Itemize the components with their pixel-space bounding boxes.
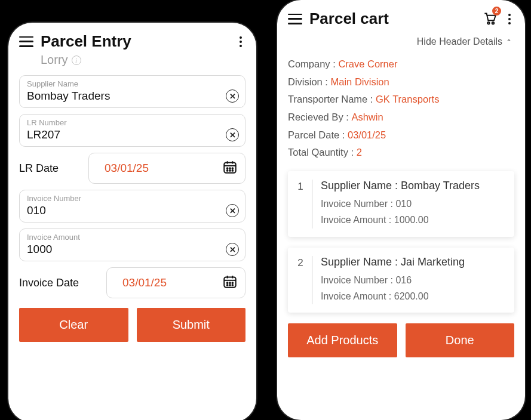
- supplier-name-field[interactable]: Supplier Name Bombay Traders ✕: [19, 75, 245, 108]
- hide-header-toggle[interactable]: Hide Header Details ⌄: [288, 36, 512, 47]
- action-buttons: Add Products Done: [288, 323, 514, 357]
- svg-point-3: [232, 168, 233, 169]
- clear-input-icon[interactable]: ✕: [226, 128, 239, 141]
- lr-number-field[interactable]: LR Number LR207 ✕: [19, 114, 245, 147]
- svg-point-5: [229, 170, 231, 171]
- divider: [312, 256, 312, 304]
- invoice-date-label: Invoice Date: [19, 277, 98, 289]
- svg-point-8: [227, 282, 228, 283]
- clear-input-icon[interactable]: ✕: [226, 204, 239, 217]
- hamburger-menu-icon[interactable]: [288, 14, 302, 24]
- subtitle-text: Lorry: [41, 53, 68, 67]
- calendar-icon[interactable]: [222, 274, 238, 292]
- card-supplier: Supplier Name : Bombay Traders: [321, 180, 506, 192]
- field-value[interactable]: 1000: [27, 243, 226, 256]
- invoice-number-field[interactable]: Invoice Number 010 ✕: [19, 190, 245, 223]
- meta-transporter: Transporter Name : GK Transports: [288, 91, 514, 109]
- clear-input-icon[interactable]: ✕: [226, 89, 239, 103]
- phone-parcel-cart: Parcel cart 2 Hide Header Details ⌄ Comp…: [277, 0, 525, 420]
- field-value[interactable]: 010: [27, 204, 226, 217]
- hamburger-menu-icon[interactable]: [19, 36, 33, 47]
- field-value[interactable]: Bombay Traders: [27, 89, 226, 103]
- add-products-button[interactable]: Add Products: [288, 323, 397, 357]
- screen: Parcel cart 2 Hide Header Details ⌄ Comp…: [277, 0, 525, 420]
- kebab-menu-icon[interactable]: [505, 10, 514, 28]
- screen: Parcel Entry Lorry i Supplier Name Bomba…: [8, 23, 256, 420]
- clear-input-icon[interactable]: ✕: [226, 243, 239, 256]
- invoice-date-row: Invoice Date 03/01/25: [19, 267, 245, 298]
- svg-point-6: [232, 170, 233, 171]
- divider: [312, 180, 312, 228]
- card-index: 2: [296, 256, 305, 304]
- info-icon[interactable]: i: [72, 55, 81, 65]
- meta-division: Division : Main Division: [288, 73, 514, 91]
- submit-button[interactable]: Submit: [137, 308, 246, 342]
- action-buttons: Clear Submit: [19, 308, 245, 342]
- lr-date-label: LR Date: [19, 162, 80, 175]
- page-title: Parcel Entry: [41, 32, 229, 51]
- svg-point-1: [227, 168, 228, 169]
- invoice-date-input[interactable]: 03/01/25: [106, 267, 245, 298]
- svg-point-13: [232, 285, 233, 286]
- svg-point-9: [229, 282, 231, 283]
- meta-parcel-date: Parcel Date : 03/01/25: [288, 126, 514, 144]
- parcel-card[interactable]: 2 Supplier Name : Jai Marketing Invoice …: [288, 248, 514, 313]
- svg-point-14: [487, 21, 489, 23]
- lr-date-value: 03/01/25: [96, 162, 149, 175]
- card-invoice-number: Invoice Number : 010: [321, 196, 506, 212]
- card-invoice-amount: Invoice Amount : 6200.00: [321, 288, 506, 304]
- done-button[interactable]: Done: [406, 323, 515, 357]
- cart-badge: 2: [492, 7, 501, 16]
- cart-icon[interactable]: 2: [482, 10, 498, 28]
- page-title: Parcel cart: [309, 10, 475, 28]
- lr-date-input[interactable]: 03/01/25: [88, 153, 245, 184]
- chevron-up-icon: ⌄: [506, 38, 512, 46]
- field-label: Invoice Number: [27, 194, 239, 203]
- card-invoice-number: Invoice Number : 016: [321, 272, 506, 288]
- hide-header-label: Hide Header Details: [417, 36, 502, 47]
- invoice-date-value: 03/01/25: [114, 276, 167, 289]
- svg-point-2: [229, 168, 231, 169]
- meta-company: Company : Crave Corner: [288, 55, 514, 73]
- meta-total-quantity: Total Qauntity : 2: [288, 144, 514, 162]
- svg-point-11: [227, 285, 228, 286]
- invoice-amount-field[interactable]: Invoice Amount 1000 ✕: [19, 228, 245, 261]
- field-label: Invoice Amount: [27, 233, 239, 242]
- parcel-card[interactable]: 1 Supplier Name : Bombay Traders Invoice…: [288, 171, 514, 236]
- card-body: Supplier Name : Jai Marketing Invoice Nu…: [321, 256, 506, 304]
- phone-parcel-entry: Parcel Entry Lorry i Supplier Name Bomba…: [8, 23, 256, 420]
- svg-point-4: [227, 170, 228, 171]
- header: Parcel cart 2: [288, 10, 514, 28]
- lr-date-row: LR Date 03/01/25: [19, 153, 245, 184]
- header: Parcel Entry: [19, 32, 245, 51]
- meta-received-by: Recieved By : Ashwin: [288, 109, 514, 126]
- card-invoice-amount: Invoice Amount : 1000.00: [321, 212, 506, 228]
- clear-button[interactable]: Clear: [19, 308, 128, 342]
- field-label: Supplier Name: [27, 79, 239, 88]
- subtitle-row: Lorry i: [19, 53, 245, 67]
- calendar-icon[interactable]: [222, 159, 238, 177]
- header-details: Company : Crave Corner Division : Main D…: [288, 55, 514, 162]
- svg-point-10: [232, 282, 233, 283]
- card-supplier: Supplier Name : Jai Marketing: [321, 256, 506, 268]
- svg-point-12: [229, 285, 231, 286]
- field-value[interactable]: LR207: [27, 128, 226, 141]
- card-index: 1: [296, 180, 305, 228]
- kebab-menu-icon[interactable]: [236, 33, 245, 51]
- svg-point-15: [492, 21, 494, 23]
- field-label: LR Number: [27, 118, 239, 127]
- card-body: Supplier Name : Bombay Traders Invoice N…: [321, 180, 506, 228]
